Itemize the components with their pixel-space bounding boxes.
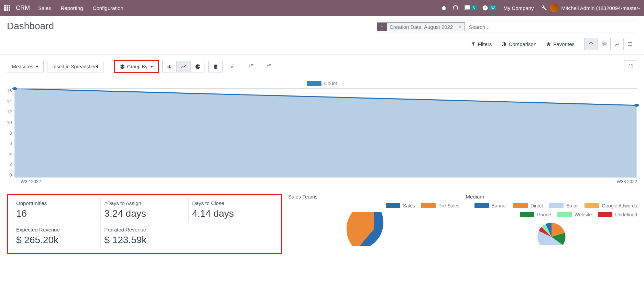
measures-button[interactable]: Measures <box>7 61 44 72</box>
filter-icon <box>377 23 387 31</box>
nav-reporting[interactable]: Reporting <box>61 5 83 11</box>
facet-label: Creation Date: August 2022 <box>387 24 456 30</box>
page-title: Dashboard <box>7 21 54 32</box>
kpi-expected-revenue[interactable]: Expected Revenue $ 265.20k <box>13 224 100 248</box>
control-bar: Dashboard Creation Date: August 2022 × <box>0 16 644 36</box>
company-selector[interactable]: My Company <box>503 5 534 11</box>
main-chart: Count 16 14 12 10 8 6 4 2 0 W32 2022 W33… <box>0 79 644 188</box>
view-dashboard-icon[interactable] <box>585 38 598 50</box>
line-chart-icon[interactable] <box>177 61 191 72</box>
filters-button[interactable]: Filters <box>471 41 492 47</box>
legend-label: Count <box>324 81 337 86</box>
favorites-button[interactable]: Favorites <box>546 41 575 47</box>
apps-icon[interactable] <box>4 5 10 11</box>
legend-swatch <box>386 203 400 208</box>
view-graph-icon[interactable] <box>611 38 624 50</box>
chat-icon[interactable]: 5 <box>464 5 477 11</box>
kpi-prorated-revenue[interactable]: Prorated Revenue $ 123.59k <box>100 224 188 248</box>
insert-spreadsheet-button[interactable]: Insert in Spreadsheet <box>47 61 103 72</box>
kpi-grid: Opportunities 16 #Days to Assign 3.24 da… <box>7 194 282 254</box>
y-axis: 16 14 12 10 8 6 4 2 0 <box>7 88 14 178</box>
phone-icon[interactable] <box>452 5 459 11</box>
facet-close-icon[interactable]: × <box>456 24 464 30</box>
nav-configuration[interactable]: Configuration <box>93 5 123 11</box>
clock-icon[interactable]: 37 <box>482 5 496 11</box>
x-axis: W32 2022 W33 2022 <box>7 178 637 184</box>
medium-pie[interactable] <box>466 221 637 245</box>
legend-swatch <box>421 203 436 208</box>
view-list-icon[interactable] <box>624 38 637 50</box>
stacked-icon[interactable] <box>208 61 223 72</box>
sales-teams-pie[interactable] <box>288 212 460 246</box>
kpi-days-close[interactable]: Days to Close 4.14 days <box>188 197 276 222</box>
user-menu[interactable]: Mitchell Admin (18320094-master- <box>561 5 640 11</box>
tools-icon[interactable] <box>541 5 547 11</box>
svg-point-7 <box>634 104 639 107</box>
clock-badge: 37 <box>489 5 496 10</box>
chart-legend: Count <box>7 79 637 88</box>
svg-point-1 <box>214 65 217 66</box>
chart-plot[interactable] <box>14 88 637 178</box>
toolbar: Measures Insert in Spreadsheet Group By <box>0 55 644 79</box>
legend-swatch <box>307 81 321 86</box>
sort-alt-icon[interactable] <box>262 60 276 73</box>
comparison-button[interactable]: Comparison <box>501 41 536 47</box>
caret-down-icon <box>36 66 39 68</box>
kpi-opportunities[interactable]: Opportunities 16 <box>13 197 100 222</box>
chart-type-group <box>162 61 205 72</box>
sort-asc-icon[interactable] <box>226 60 241 73</box>
groupby-button[interactable]: Group By <box>114 60 159 73</box>
pie-chart-icon[interactable] <box>191 61 205 72</box>
search-facet: Creation Date: August 2022 × <box>377 22 465 31</box>
sort-desc-icon[interactable] <box>244 60 259 73</box>
medium-chart: Medium Banner Direct Email Google Adword… <box>466 194 637 245</box>
search-input[interactable] <box>466 24 637 30</box>
kpi-days-assign[interactable]: #Days to Assign 3.24 days <box>100 197 188 222</box>
fullscreen-icon[interactable] <box>624 60 637 73</box>
filter-bar: Filters Comparison Favorites <box>0 36 644 55</box>
sales-teams-legend: Sales Pre-Sales <box>288 203 460 208</box>
kpi-row: Opportunities 16 #Days to Assign 3.24 da… <box>0 188 644 260</box>
medium-legend: Banner Direct Email Google Adwords Phone… <box>466 203 637 217</box>
caret-down-icon <box>150 66 153 68</box>
search-box[interactable]: Creation Date: August 2022 × <box>376 21 637 33</box>
bug-icon[interactable] <box>441 5 447 11</box>
brand[interactable]: CRM <box>16 4 30 12</box>
layers-icon <box>120 64 125 69</box>
view-pivot-icon[interactable] <box>598 38 611 50</box>
avatar[interactable] <box>550 3 559 12</box>
sales-teams-chart: Sales Teams Sales Pre-Sales <box>288 194 460 246</box>
chat-badge: 5 <box>471 5 477 10</box>
bar-chart-icon[interactable] <box>162 61 177 72</box>
svg-point-2 <box>214 66 217 67</box>
top-nav: CRM Sales Reporting Configuration 5 37 M… <box>0 0 644 16</box>
nav-sales[interactable]: Sales <box>38 5 51 11</box>
svg-point-3 <box>214 67 217 69</box>
svg-point-6 <box>12 87 17 90</box>
view-switcher <box>584 38 637 50</box>
